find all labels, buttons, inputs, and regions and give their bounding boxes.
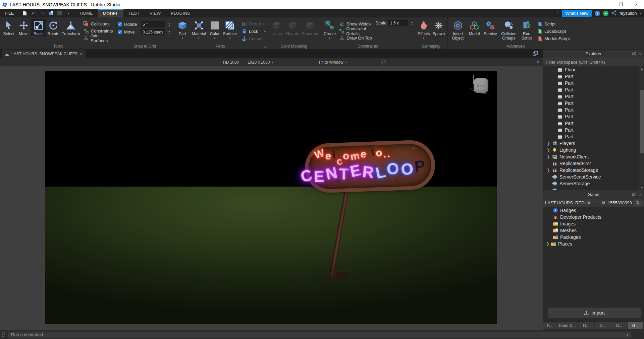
lock-dropdown-icon[interactable]: ▾: [264, 30, 266, 33]
snap-move-input[interactable]: [141, 29, 165, 35]
collisions-toggle[interactable]: Collisions: [84, 21, 115, 27]
welcome-sign[interactable]: Welcome to.. CENTERLOOP: [304, 139, 436, 193]
explorer-float-icon[interactable]: [632, 52, 636, 56]
scrollbar-thumb[interactable]: [640, 90, 644, 153]
chevron-right-icon[interactable]: ❯: [545, 141, 552, 146]
command-bar[interactable]: ▾: [8, 332, 631, 338]
chevron-right-icon[interactable]: ❯: [543, 242, 550, 246]
transform-tool-button[interactable]: Transform: [61, 19, 81, 36]
lock-button[interactable]: Lock ▾: [241, 28, 266, 34]
game-header[interactable]: Game ×: [543, 190, 644, 199]
explorer-scrollbar[interactable]: ▲ ▼: [639, 66, 644, 190]
explorer-row-floor[interactable]: Floor: [543, 66, 644, 73]
insert-model-icon[interactable]: [48, 10, 54, 16]
color-button[interactable]: Color ▾: [208, 19, 222, 40]
whats-new-button[interactable]: What's New: [562, 10, 592, 17]
constraint-details-toggle[interactable]: Constraint Details: [339, 28, 372, 34]
explorer-row-partial[interactable]: [543, 187, 644, 190]
chevron-right-icon[interactable]: ❯: [545, 168, 552, 173]
constraint-scale-spinner[interactable]: ▲▼: [410, 21, 413, 25]
resolution-dropdown[interactable]: 1920 x 1080▾: [248, 60, 273, 65]
game-row-packages[interactable]: Packages: [543, 234, 644, 241]
effects-button[interactable]: Effects ▾: [416, 19, 431, 40]
create-dropdown-icon[interactable]: ▾: [329, 37, 331, 40]
tab-model[interactable]: MODEL: [98, 9, 123, 17]
game-float-icon[interactable]: [632, 193, 636, 197]
part-dropdown-icon[interactable]: ▾: [181, 37, 183, 40]
game-row-developer-products[interactable]: DDeveloper Products: [543, 214, 644, 220]
snap-move-checkbox[interactable]: ✓: [118, 30, 122, 34]
explorer-row-part[interactable]: Part: [543, 100, 644, 107]
chevron-right-icon[interactable]: ❯: [545, 154, 552, 159]
dock-tab-c[interactable]: C...: [611, 322, 628, 329]
3d-viewport[interactable]: Welcome to.. CENTERLOOP Back: [45, 71, 497, 324]
emulation-close-icon[interactable]: ×: [537, 60, 539, 65]
quick-access-dropdown-icon[interactable]: ▾: [65, 10, 71, 16]
game-row-badges[interactable]: ★Badges: [543, 207, 644, 214]
collision-groups-button[interactable]: Collision Groups: [499, 19, 519, 41]
explorer-row-lighting[interactable]: ❯Lighting: [543, 147, 644, 153]
spawn-button[interactable]: Spawn: [431, 19, 446, 36]
explorer-row-part[interactable]: Part: [543, 93, 644, 100]
tab-test[interactable]: TEST: [123, 9, 145, 17]
document-tab[interactable]: ☁ LAST HOURS: SNOWPEAK CLIFFS ×: [2, 50, 86, 58]
drag-grip-icon[interactable]: [2, 332, 3, 333]
constraint-scale-input[interactable]: [388, 20, 408, 26]
restore-icon[interactable]: ❐: [613, 0, 629, 9]
snap-rotate-checkbox[interactable]: ✓: [118, 22, 122, 26]
explorer-row-serverstorage[interactable]: ServerStorage: [543, 180, 644, 187]
explorer-row-replicatedstorage[interactable]: ❯ReplicatedStorage: [543, 167, 644, 174]
explorer-header[interactable]: Explorer ×: [543, 50, 644, 58]
redo-icon[interactable]: ↷: [39, 10, 45, 16]
command-dropdown-icon[interactable]: ▾: [627, 333, 631, 337]
script-button[interactable]: Script: [537, 21, 570, 27]
explorer-row-part[interactable]: Part: [543, 107, 644, 113]
explorer-row-players[interactable]: ❯Players: [543, 140, 644, 147]
service-button[interactable]: Service: [482, 19, 499, 36]
part-button[interactable]: Part ▾: [175, 19, 190, 40]
explorer-row-part[interactable]: Part: [543, 73, 644, 80]
tab-plugins[interactable]: PLUGINS: [166, 9, 195, 17]
explorer-row-serverscriptservice[interactable]: ServerScriptService: [543, 174, 644, 180]
username-label[interactable]: fayzulloh: [620, 11, 637, 16]
fit-to-window-dropdown[interactable]: Fit to Window▾: [319, 60, 347, 65]
snap-move-spinner[interactable]: ▲▼: [167, 30, 170, 35]
status-dnd-icon[interactable]: −: [603, 11, 608, 16]
surface-dropdown-icon[interactable]: ▾: [229, 37, 231, 40]
scale-tool-button[interactable]: Scale: [31, 19, 46, 36]
view-cube-face[interactable]: Back: [474, 78, 488, 93]
collapse-ribbon-icon[interactable]: ⌃: [556, 11, 559, 15]
material-button[interactable]: Material ▾: [190, 19, 208, 40]
surface-button[interactable]: Surface ▾: [222, 19, 238, 40]
snap-rotate-input[interactable]: [141, 21, 165, 27]
select-tool-button[interactable]: Select: [1, 19, 16, 36]
float-pane-icon[interactable]: [533, 51, 538, 56]
game-row-meshes[interactable]: Meshes: [543, 227, 644, 234]
color-dropdown-icon[interactable]: ▾: [214, 37, 216, 40]
tab-home[interactable]: HOME: [74, 9, 98, 17]
dock-tab-properties[interactable]: P...: [543, 322, 556, 329]
dock-tab-d[interactable]: D...: [595, 322, 611, 329]
insert-object-button[interactable]: Insert Object: [449, 19, 467, 41]
new-file-icon[interactable]: [22, 10, 28, 16]
explorer-filter[interactable]: [543, 58, 644, 66]
material-dropdown-icon[interactable]: ▾: [198, 37, 200, 40]
view-cube[interactable]: Back: [471, 76, 490, 95]
snap-rotate-spinner[interactable]: ▲▼: [167, 22, 170, 27]
explorer-row-networkclient[interactable]: ❯NetworkClient: [543, 153, 644, 160]
explorer-close-icon[interactable]: ×: [639, 52, 642, 57]
explorer-row-part[interactable]: Part: [543, 120, 644, 127]
effects-dropdown-icon[interactable]: ▾: [423, 37, 425, 40]
scroll-down-icon[interactable]: ▼: [639, 185, 644, 190]
minimize-icon[interactable]: –: [598, 0, 613, 9]
explorer-row-part[interactable]: Part: [543, 86, 644, 93]
run-command-input[interactable]: [8, 332, 627, 337]
chevron-right-icon[interactable]: ❯: [545, 148, 552, 152]
dock-tab-output[interactable]: O...: [578, 322, 595, 329]
rotate-tool-button[interactable]: Rotate: [46, 19, 61, 36]
tab-view[interactable]: VIEW: [145, 9, 166, 17]
explorer-row-part[interactable]: Part: [543, 113, 644, 120]
dock-tab-team-create[interactable]: Team C...: [556, 322, 578, 329]
explorer-row-part[interactable]: Part: [543, 133, 644, 140]
draw-on-top-toggle[interactable]: Draw On Top: [339, 35, 372, 41]
